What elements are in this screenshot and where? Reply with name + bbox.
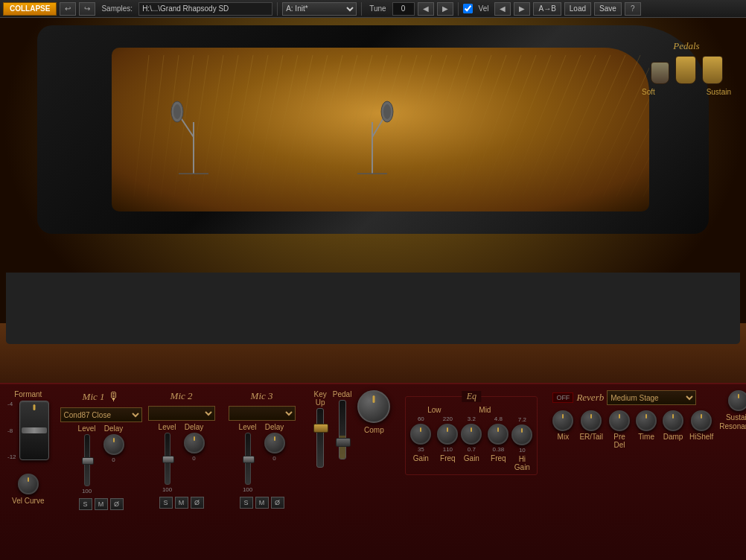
mic1-level-handle[interactable] bbox=[82, 457, 94, 465]
mic2-delay-col: Delay 0 bbox=[184, 423, 205, 462]
piano-keys-svg[interactable]: /* SVG content below */ bbox=[6, 273, 740, 344]
eq-mid-freq-label: Freq bbox=[491, 454, 506, 462]
mic2-title: Mic 2 bbox=[170, 390, 193, 402]
mic2-level-track[interactable] bbox=[165, 433, 170, 485]
soft-label: Soft bbox=[642, 88, 655, 96]
keyup-track[interactable] bbox=[316, 408, 324, 468]
eq-title: Eq bbox=[462, 391, 481, 402]
pedal-handle[interactable] bbox=[336, 438, 351, 447]
mic2-section: Mic 2 Level 100 Delay 0 S M bbox=[144, 390, 219, 509]
eq-hi-gain-col: 7.2 10 Hi Gain bbox=[511, 416, 532, 471]
mic1-z-button[interactable]: Ø bbox=[110, 498, 124, 510]
eq-section: Eq Low 60 35 Gain 220 110 Freq bbox=[405, 396, 538, 475]
reverb-ertail-knob[interactable] bbox=[581, 410, 602, 431]
reverb-predelay-knob[interactable] bbox=[609, 410, 630, 431]
eq-mid-freq-col: 4.8 0.38 Freq bbox=[488, 416, 509, 462]
pedal-labels: Soft Sustain bbox=[642, 88, 731, 96]
mic3-delay-col: Delay 0 bbox=[264, 423, 285, 462]
pedals-title: Pedals bbox=[642, 40, 731, 52]
mic1-m-button[interactable]: M bbox=[95, 498, 108, 510]
samples-path-input[interactable] bbox=[138, 2, 272, 16]
comp-knob[interactable] bbox=[357, 390, 390, 423]
eq-mid-section: Mid 3.2 0.7 Gain 4.8 0.38 Freq bbox=[461, 406, 509, 462]
mic1-delay-knob[interactable] bbox=[103, 434, 124, 455]
mic2-m-button[interactable]: M bbox=[175, 497, 188, 509]
eq-low-gain-knob[interactable] bbox=[410, 424, 431, 445]
help-button[interactable]: ? bbox=[625, 2, 641, 16]
reverb-off-button[interactable]: OFF bbox=[552, 392, 573, 403]
svg-point-43 bbox=[173, 104, 181, 119]
mic1-dropdown[interactable]: Cond87 Close bbox=[60, 407, 142, 422]
mic1-smz-row: S M Ø bbox=[79, 498, 124, 510]
redo-button[interactable]: ↪ bbox=[79, 2, 95, 16]
svg-point-48 bbox=[383, 104, 391, 119]
mic2-s-button[interactable]: S bbox=[159, 497, 173, 509]
soft-pedal[interactable] bbox=[651, 62, 669, 84]
sustain-resonance-section: SustainResonance bbox=[719, 390, 746, 431]
mic1-level-val: 100 bbox=[82, 488, 92, 494]
reverb-hishelf-knob[interactable] bbox=[691, 410, 712, 431]
vel-checkbox[interactable] bbox=[463, 4, 473, 13]
mic2-level-col: Level 100 bbox=[159, 423, 176, 493]
mic1-level-track[interactable] bbox=[84, 434, 90, 486]
piano-keys[interactable]: /* SVG content below */ bbox=[6, 273, 740, 344]
eq-low-freq-knob[interactable] bbox=[437, 424, 458, 445]
mic2-level-handle[interactable] bbox=[162, 456, 174, 463]
mic1-s-button[interactable]: S bbox=[79, 498, 92, 510]
reverb-hishelf-col: HiShelf bbox=[689, 410, 713, 449]
ab-button[interactable]: A→B bbox=[533, 2, 561, 16]
middle-pedal[interactable] bbox=[675, 56, 696, 84]
mic3-z-button[interactable]: Ø bbox=[271, 497, 284, 509]
keyup-handle[interactable] bbox=[313, 424, 328, 433]
mic3-dropdown[interactable] bbox=[229, 406, 296, 421]
svg-line-30 bbox=[536, 55, 596, 197]
undo-button[interactable]: ↩ bbox=[60, 2, 76, 16]
reverb-ertail-col: ER/Tail bbox=[579, 410, 603, 449]
mic2-delay-knob[interactable] bbox=[184, 433, 205, 454]
sustain-pedal[interactable] bbox=[702, 56, 723, 84]
formant-fader[interactable] bbox=[19, 401, 49, 460]
save-button[interactable]: Save bbox=[594, 2, 622, 16]
mic3-level-handle[interactable] bbox=[243, 456, 255, 463]
mic2-dropdown[interactable] bbox=[148, 406, 215, 421]
sustain-resonance-knob[interactable] bbox=[728, 390, 746, 411]
tune-input[interactable] bbox=[392, 2, 415, 16]
tune-up-button[interactable]: ▶ bbox=[437, 2, 453, 16]
mic1-level-col: Level 100 bbox=[78, 424, 96, 494]
samples-label: Samples: bbox=[98, 4, 136, 13]
eq-low-section: Low 60 35 Gain 220 110 Freq bbox=[410, 406, 458, 462]
reverb-mix-knob[interactable] bbox=[552, 410, 573, 431]
pedals-area: Pedals Soft Sustain bbox=[642, 40, 731, 96]
reverb-section: OFF Reverb Medium Stage Mix ER/Tail Pre … bbox=[552, 390, 713, 449]
mic3-s-button[interactable]: S bbox=[240, 497, 253, 509]
preset-dropdown[interactable]: A: Init* bbox=[282, 2, 357, 16]
mic2-level-delay: Level 100 Delay 0 bbox=[159, 423, 205, 493]
mic2-header: Mic 2 bbox=[170, 390, 193, 402]
mic3-m-button[interactable]: M bbox=[255, 497, 269, 509]
mic2-z-button[interactable]: Ø bbox=[191, 497, 204, 509]
vel-label: Vel bbox=[476, 4, 492, 13]
reverb-damp-knob[interactable] bbox=[663, 410, 683, 431]
load-button[interactable]: Load bbox=[564, 2, 591, 16]
collapse-button[interactable]: COLLAPSE bbox=[3, 2, 57, 16]
mic3-level-fader bbox=[245, 433, 251, 485]
vel-curve-knob[interactable] bbox=[18, 474, 39, 494]
eq-mid-gain-knob[interactable] bbox=[461, 424, 482, 445]
comp-section: Comp bbox=[357, 390, 390, 434]
eq-hi-gain-label: Hi Gain bbox=[511, 455, 532, 471]
pedal-fader: Pedal bbox=[333, 390, 352, 459]
mic1-level-fader bbox=[84, 434, 90, 486]
pedal-track[interactable] bbox=[339, 400, 346, 459]
reverb-time-knob[interactable] bbox=[636, 410, 657, 431]
reverb-damp-label: Damp bbox=[663, 433, 683, 441]
mic3-level-track[interactable] bbox=[245, 433, 251, 485]
eq-low-gain-label: Gain bbox=[413, 454, 429, 462]
eq-hi-gain-knob[interactable] bbox=[511, 424, 532, 445]
mic3-delay-knob[interactable] bbox=[264, 433, 285, 454]
next-button[interactable]: ▶ bbox=[514, 2, 530, 16]
svg-line-27 bbox=[496, 55, 551, 197]
tune-down-button[interactable]: ◀ bbox=[418, 2, 434, 16]
reverb-type-dropdown[interactable]: Medium Stage bbox=[607, 390, 696, 405]
prev-button[interactable]: ◀ bbox=[494, 2, 511, 16]
eq-mid-freq-knob[interactable] bbox=[488, 424, 509, 445]
